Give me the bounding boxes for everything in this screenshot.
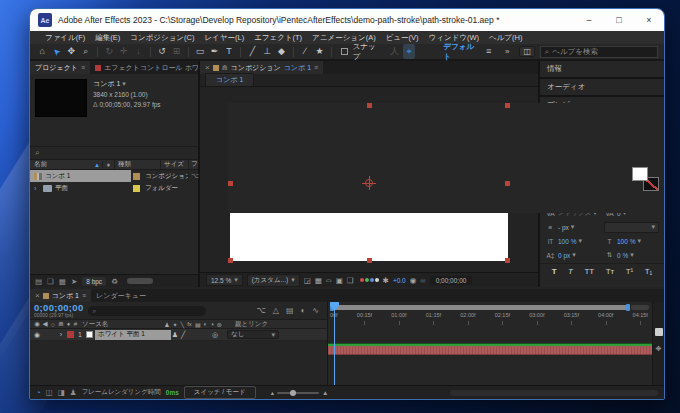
close-tab-icon[interactable]: × [205, 63, 210, 72]
hand-tool-icon[interactable]: ✥ [65, 44, 78, 59]
type-tool-icon[interactable]: T [223, 44, 236, 59]
tab-render-queue[interactable]: レンダーキュー [91, 289, 151, 302]
audio-column-icon[interactable]: ◀ [41, 320, 49, 328]
3d-icon[interactable]: ⊛ [217, 321, 222, 328]
fill-color-swatch[interactable] [632, 167, 648, 181]
layer-visibility-icon[interactable]: ◉ [33, 331, 41, 339]
motion-blur-icon[interactable]: ◐ [300, 306, 305, 315]
menu-effect[interactable]: エフェクト(T) [249, 33, 307, 43]
selection-handle[interactable] [367, 258, 372, 263]
panel-menu-icon[interactable]: ≡ [314, 64, 318, 71]
parent-link-column[interactable]: 親とリンク [229, 320, 268, 329]
dolly-camera-tool-icon[interactable]: ↓ [132, 44, 145, 59]
close-tab-icon[interactable]: × [35, 291, 40, 300]
workspace-label[interactable]: デフォルト [443, 42, 480, 62]
composition-viewport[interactable] [200, 87, 538, 272]
project-item-name-cell[interactable]: › 平面 [30, 182, 131, 194]
column-label-color[interactable]: ♦ [102, 161, 114, 168]
comp-flowchart-icon[interactable]: ⌥ [257, 306, 266, 315]
panel-info[interactable]: 情報 [540, 61, 664, 77]
current-timecode[interactable]: 0;00;00;00 [34, 303, 83, 313]
zoom-about-cursor-icon[interactable]: 人 [388, 44, 401, 59]
switch-mode-button[interactable]: スイッチ / モード [184, 386, 256, 399]
faux-bold-button[interactable]: T [552, 267, 557, 276]
close-button[interactable]: × [634, 9, 664, 31]
layer-duration-bar[interactable] [328, 346, 652, 355]
workspace-panel-icon[interactable]: ◫ [519, 46, 535, 57]
work-area-end-handle[interactable] [626, 304, 630, 311]
selection-handle[interactable] [505, 181, 510, 186]
solo-column-icon[interactable]: ○ [49, 321, 57, 328]
layer-label-chip[interactable] [67, 331, 74, 338]
status-icon-1[interactable]: ◔ [36, 388, 41, 397]
pen-tool-icon[interactable]: ✒ [208, 44, 221, 59]
label-column-icon[interactable]: ♦ [65, 321, 72, 327]
column-name[interactable]: 名前▲ [30, 160, 102, 169]
subscript-button[interactable]: T₁ [645, 267, 653, 276]
new-composition-icon[interactable]: ▦ [59, 277, 66, 286]
zoom-in-mountain-icon[interactable]: ▲ [322, 389, 328, 396]
channel-icon[interactable] [360, 278, 379, 282]
transparency-grid-icon[interactable]: ▦ [315, 276, 322, 285]
menu-layer[interactable]: レイヤー(L) [199, 33, 249, 43]
brush-tool-icon[interactable]: ╱ [246, 44, 259, 59]
stroke-style-dropdown[interactable]: ▾ [604, 222, 659, 233]
center-view-icon[interactable]: ⌖ [403, 44, 416, 59]
pan-hand-icon[interactable]: ✥ [656, 345, 662, 353]
project-row-comp[interactable]: コンポ 1 コンポジション ⌥ [30, 170, 198, 182]
clone-stamp-tool-icon[interactable]: ⊥ [261, 44, 274, 59]
column-overflow[interactable]: フ [188, 160, 198, 169]
panel-menu-icon[interactable]: ≡ [82, 292, 86, 299]
lock-column-icon[interactable]: ⋒ [57, 320, 65, 328]
timeline-search-input[interactable] [98, 307, 202, 314]
column-type[interactable]: 種類 [114, 160, 160, 169]
help-search-input[interactable] [552, 47, 653, 56]
menu-file[interactable]: ファイル(F) [40, 33, 90, 43]
puppet-pin-tool-icon[interactable]: ★ [313, 44, 326, 59]
home-tool-icon[interactable]: ⌂ [36, 44, 49, 59]
fill-stroke-swatches[interactable] [632, 167, 659, 191]
menu-edit[interactable]: 編集(E) [90, 33, 125, 43]
column-size[interactable]: サイズ [160, 160, 188, 169]
solid-color-swatch[interactable] [86, 331, 93, 338]
layer-name[interactable]: ホワイト 平面 1 [95, 330, 171, 340]
expander-icon[interactable]: › [34, 185, 40, 192]
status-icon-2[interactable]: ◫ [46, 388, 53, 397]
baseline-shift-control[interactable]: A‡0 px▾ [545, 251, 600, 259]
minimize-button[interactable]: – [574, 9, 604, 31]
timeline-track-area[interactable]: 00f 00:15f 01:00f 01:15f 02:00f 02:15f 0… [328, 302, 652, 385]
project-item-name-cell[interactable]: コンポ 1 [30, 170, 131, 182]
comp-marker-bin-icon[interactable] [655, 328, 663, 336]
new-folder-icon[interactable]: ❏ [47, 277, 54, 286]
workspace-menu-icon[interactable]: ≡ [482, 44, 495, 59]
tab-project[interactable]: プロジェクト ≡ [30, 61, 90, 74]
preview-timecode[interactable]: 0;00;00;00 [430, 276, 473, 285]
snap-label[interactable]: スナップ [353, 42, 383, 62]
project-row-folder[interactable]: › 平面 フォルダー [30, 182, 198, 194]
collapse-icon[interactable]: ✦ [173, 321, 178, 328]
project-settings-icon[interactable]: ➤ [71, 277, 77, 286]
status-icon-4[interactable]: ♟ [70, 388, 77, 397]
selection-handle[interactable] [505, 258, 510, 263]
selection-tool-icon[interactable]: ➤ [51, 44, 64, 59]
draft-3d-icon[interactable]: △ [273, 306, 279, 315]
snap-checkbox[interactable] [341, 48, 348, 55]
quality-icon[interactable]: ╲ [181, 321, 185, 328]
panel-audio[interactable]: オーディオ [540, 79, 664, 95]
superscript-button[interactable]: T¹ [626, 267, 634, 276]
rotation-tool-icon[interactable]: ↺ [156, 44, 169, 59]
show-snapshot-icon[interactable]: ∞ [420, 276, 425, 285]
magnification-dropdown[interactable]: 12.5 %▾ [206, 274, 243, 286]
graph-editor-icon[interactable]: ∿ [312, 306, 319, 315]
eraser-tool-icon[interactable]: ◆ [275, 44, 288, 59]
mask-visibility-icon[interactable]: ⌓ [326, 275, 332, 285]
layer-row-1[interactable]: ◉ › 1 ホワイト 平面 1 ♟ ╱ ◎ なし▾ [30, 329, 327, 341]
zoom-out-mountain-icon[interactable]: ▴ [271, 389, 274, 397]
motion-blur-icon[interactable]: ◐ [204, 321, 208, 328]
zoom-slider-knob[interactable] [290, 390, 296, 396]
bit-depth-button[interactable]: 8 bpc [82, 277, 106, 286]
snapshot-camera-icon[interactable]: ◉ [410, 276, 417, 285]
roto-brush-tool-icon[interactable]: ∕ [299, 44, 312, 59]
zoom-tool-icon[interactable]: ⌕ [80, 44, 93, 59]
menu-help[interactable]: ヘルプ(H) [484, 33, 527, 43]
